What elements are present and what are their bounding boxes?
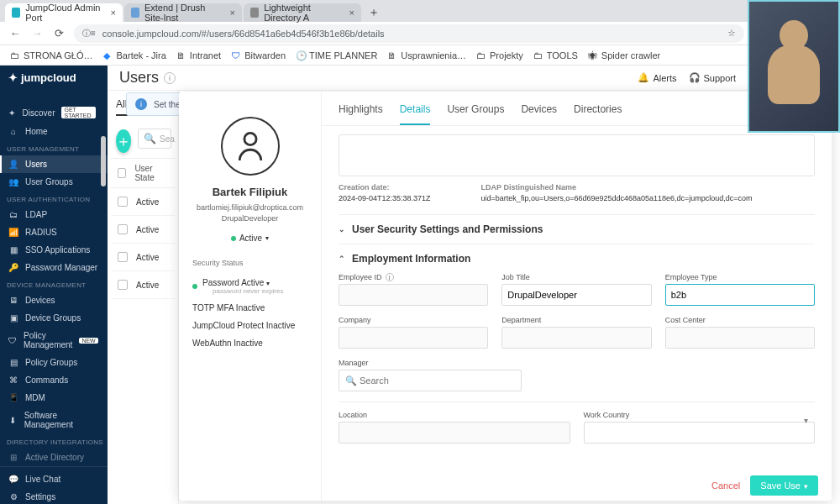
sidebar-item-software[interactable]: ⬇Software Management — [0, 407, 108, 433]
tab-details[interactable]: Details — [400, 103, 431, 125]
sidebar-item-discover[interactable]: ✦DiscoverGET STARTED — [0, 102, 108, 123]
chevron-down-icon: ▾ — [266, 280, 270, 287]
sidebar-item-mdm[interactable]: 📱MDM — [0, 389, 108, 407]
bookmark-item[interactable]: 🗀TOOLS — [533, 50, 578, 60]
bookmark-item[interactable]: ◆Bartek - Jira — [103, 50, 166, 60]
list-row[interactable]: Active — [111, 271, 175, 299]
bookmark-item[interactable]: 🗀Projekty — [476, 50, 523, 60]
close-icon[interactable]: × — [230, 8, 235, 18]
info-icon[interactable]: i — [164, 72, 176, 84]
command-icon: ⌘ — [8, 375, 18, 385]
company-input[interactable] — [339, 327, 488, 349]
bookmark-item[interactable]: 🗎Usprawnienia… — [387, 50, 466, 60]
save-user-button[interactable]: Save Use▾ — [750, 475, 818, 496]
security-item-password[interactable]: Password Active ▾password never expires — [187, 274, 312, 299]
logo[interactable]: ✦ jumpcloud — [0, 66, 108, 91]
checkbox[interactable] — [118, 252, 128, 262]
info-icon[interactable]: i — [386, 273, 394, 281]
section-security-permissions[interactable]: ⌄User Security Settings and Permissions — [339, 214, 815, 244]
browser-tab[interactable]: Extend | Drush Site-Inst × — [124, 3, 242, 22]
forward-icon[interactable]: → — [30, 27, 44, 39]
sidebar-bottom: 💬Live Chat ⚙Settings 👤Account ⇤Collapse … — [0, 466, 108, 504]
site-info-icon[interactable]: ⓘ≡ — [82, 28, 96, 39]
doc-icon: 🗎 — [387, 50, 397, 60]
download-icon: ⬇ — [8, 416, 18, 425]
sidebar-item-radius[interactable]: 📶RADIUS — [0, 223, 108, 241]
list-row[interactable]: Active — [111, 244, 175, 271]
url-field[interactable]: ⓘ≡ console.jumpcloud.com/#/users/66d8541… — [74, 24, 744, 43]
cost-center-input[interactable] — [665, 327, 815, 349]
bitwarden-icon: 🛡 — [231, 50, 241, 60]
column-header[interactable]: User State — [134, 164, 168, 182]
avatar — [221, 117, 280, 176]
tab-directories[interactable]: Directories — [574, 103, 622, 125]
ad-icon: ⊞ — [8, 453, 18, 462]
checkbox[interactable] — [118, 168, 126, 178]
sidebar-item-user-groups[interactable]: 👥User Groups — [0, 173, 108, 191]
close-icon[interactable]: × — [349, 8, 354, 18]
sidebar-item-policy-groups[interactable]: ▤Policy Groups — [0, 354, 108, 371]
star-icon[interactable]: ☆ — [727, 28, 736, 39]
department-input[interactable] — [501, 327, 651, 349]
section-employment[interactable]: ⌃Employment Information — [339, 244, 815, 273]
sidebar-item-active-directory[interactable]: ⊞Active Directory — [0, 449, 108, 466]
tab-highlights[interactable]: Highlights — [339, 103, 383, 125]
chevron-down-icon: ▾ — [265, 234, 269, 242]
checkbox[interactable] — [118, 197, 128, 207]
manager-search-input[interactable] — [339, 370, 522, 391]
tab-devices[interactable]: Devices — [521, 103, 557, 125]
job-title-input[interactable] — [501, 284, 651, 306]
location-input[interactable] — [339, 422, 570, 444]
security-status-header: Security Status — [192, 259, 312, 267]
browser-tab-active[interactable]: JumpCloud Admin Port × — [5, 3, 123, 22]
sidebar-item-device-groups[interactable]: ▣Device Groups — [0, 309, 108, 327]
sidebar-item-settings[interactable]: ⚙Settings — [0, 488, 108, 504]
checkbox[interactable] — [118, 280, 128, 290]
browser-tab[interactable]: Lightweight Directory A × — [244, 3, 361, 22]
chevron-up-icon: ⌃ — [339, 255, 345, 263]
work-country-select[interactable] — [584, 422, 816, 444]
favicon-icon — [250, 8, 259, 18]
search-icon: 🔍 — [144, 133, 156, 144]
reload-icon[interactable]: ⟳ — [52, 27, 66, 39]
sidebar-item-devices[interactable]: 🖥Devices — [0, 291, 108, 309]
bookmark-item[interactable]: 🗀STRONA GŁÓ… — [10, 50, 93, 60]
bookmark-item[interactable]: 🗎Intranet — [176, 50, 221, 60]
sidebar-item-policy-mgmt[interactable]: 🛡Policy ManagementNEW — [0, 327, 108, 354]
checkbox[interactable] — [118, 224, 128, 234]
webcam-overlay — [748, 0, 840, 133]
employee-type-input[interactable] — [665, 284, 815, 306]
compass-icon: ✦ — [8, 108, 16, 118]
status-dropdown[interactable]: Active ▾ — [231, 234, 269, 243]
employee-id-input[interactable] — [339, 284, 488, 306]
tab-label: Lightweight Directory A — [264, 3, 344, 23]
list-row[interactable]: Active — [111, 188, 175, 216]
cancel-button[interactable]: Cancel — [711, 480, 740, 491]
search-input[interactable]: 🔍 Sea — [138, 129, 171, 149]
new-tab-button[interactable]: ＋ — [363, 3, 385, 22]
back-icon[interactable]: ← — [8, 27, 22, 39]
sidebar-item-sso[interactable]: ▦SSO Applications — [0, 241, 108, 259]
status-dot-icon — [231, 236, 236, 241]
bookmark-item[interactable]: 🕒TIME PLANNER — [296, 50, 377, 60]
sidebar-item-password-manager[interactable]: 🔑Password Manager — [0, 259, 108, 276]
description-textarea[interactable] — [339, 134, 815, 176]
field-employee-id: Employee IDi — [339, 273, 488, 306]
bookmark-item[interactable]: 🛡Bitwarden — [231, 50, 286, 60]
support-link[interactable]: 🎧Support — [689, 72, 737, 83]
tab-user-groups[interactable]: User Groups — [447, 103, 504, 125]
list-row[interactable]: Active — [111, 216, 175, 244]
sidebar-item-live-chat[interactable]: 💬Live Chat — [0, 470, 108, 488]
sidebar-item-home[interactable]: ⌂Home — [0, 123, 108, 140]
close-icon[interactable]: × — [111, 8, 116, 18]
sidebar-scrollbar[interactable] — [101, 102, 106, 466]
add-user-button[interactable]: ＋ — [116, 129, 131, 153]
field-job-title: Job Title — [501, 273, 651, 306]
spider-icon: 🕷 — [588, 50, 598, 60]
detail-body[interactable]: Creation date: 2024-09-04T12:35:38.371Z … — [322, 126, 832, 501]
alerts-link[interactable]: 🔔Alerts — [638, 72, 676, 83]
sidebar-item-users[interactable]: 👤Users — [0, 155, 108, 173]
bookmark-item[interactable]: 🕷Spider crawler — [588, 50, 660, 60]
sidebar-item-commands[interactable]: ⌘Commands — [0, 371, 108, 389]
sidebar-item-ldap[interactable]: 🗂LDAP — [0, 206, 108, 223]
